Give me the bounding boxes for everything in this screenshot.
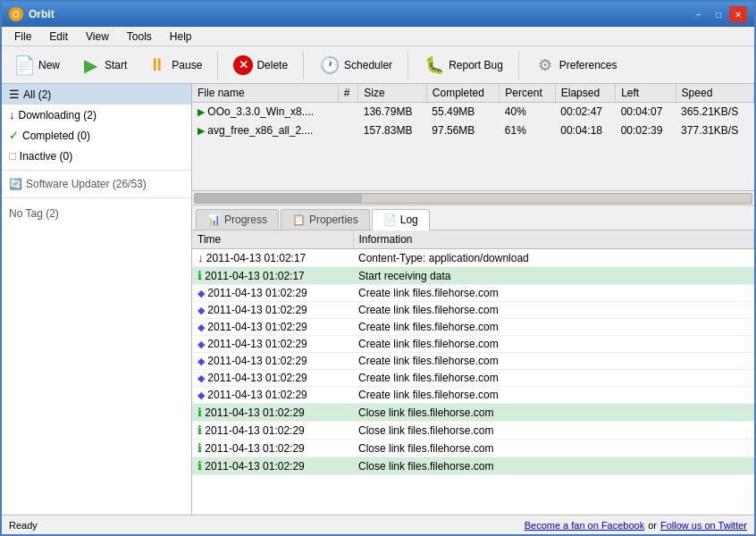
horizontal-scrollbar[interactable] (192, 191, 754, 205)
log-row: ◆ 2011-04-13 01:02:29Create link files.f… (192, 336, 754, 353)
status-links: Become a fan on Facebook or Follow us on… (525, 520, 747, 531)
red-arrow-icon: ↓ (197, 251, 204, 264)
start-button[interactable]: ▶ Start (71, 50, 135, 80)
log-row: ↓ 2011-04-13 01:02:17Content-Type: appli… (192, 249, 754, 267)
log-row: ℹ 2011-04-13 01:02:29Close link files.fi… (192, 440, 754, 457)
sidebar-item-downloading[interactable]: ↓ Downloading (2) (2, 105, 191, 125)
tag-section: No Tag (2) (2, 202, 191, 225)
main-area: ☰ All (2) ↓ Downloading (2) ✓ Completed … (2, 84, 754, 515)
log-row: ℹ 2011-04-13 01:02:29Close link files.fi… (192, 404, 754, 422)
log-row: ◆ 2011-04-13 01:02:29Create link files.f… (192, 387, 754, 404)
tab-log-label: Log (400, 214, 418, 226)
report-bug-label: Report Bug (449, 59, 503, 71)
menu-view[interactable]: View (77, 29, 118, 45)
completed-icon: ✓ (9, 129, 19, 142)
tab-properties[interactable]: 📋 Properties (281, 209, 370, 230)
report-bug-button[interactable]: 🐛 Report Bug (416, 50, 511, 80)
log-col-time: Time (192, 230, 353, 249)
new-icon: 📄 (13, 54, 35, 76)
hscroll-track[interactable] (194, 193, 752, 204)
file-table: File name # Size Completed Percent Elaps… (192, 84, 754, 140)
blue-diamond-icon: ◆ (197, 322, 205, 332)
toolbar-separator-3 (407, 51, 408, 80)
log-row: ℹ 2011-04-13 01:02:17Start receiving dat… (192, 267, 754, 285)
start-label: Start (105, 59, 127, 71)
scheduler-button[interactable]: 🕐 Scheduler (311, 50, 400, 80)
menu-tools[interactable]: Tools (118, 29, 161, 45)
tabs-bar: 📊 Progress 📋 Properties 📄 Log (192, 205, 754, 230)
maximize-button[interactable]: □ (710, 6, 727, 22)
sidebar-item-completed[interactable]: ✓ Completed (0) (2, 125, 191, 146)
menu-file[interactable]: File (5, 29, 40, 45)
status-text: Ready (9, 520, 38, 531)
toolbar: 📄 New ▶ Start ⏸ Pause ✕ Delete 🕐 Schedul… (2, 46, 754, 84)
col-elapsed: Elapsed (555, 84, 615, 103)
delete-button[interactable]: ✕ Delete (225, 51, 296, 80)
sidebar-divider-1 (2, 170, 191, 171)
preferences-label: Preferences (559, 59, 617, 71)
table-row[interactable]: ▶ avg_free_x86_all_2....157.83MB97.56MB6… (192, 121, 754, 140)
sidebar-downloading-label: Downloading (2) (19, 109, 97, 121)
col-completed: Completed (426, 84, 500, 103)
log-row: ℹ 2011-04-13 01:02:29Close link files.fi… (192, 422, 754, 440)
col-num: # (338, 84, 358, 103)
blue-diamond-icon: ◆ (197, 288, 205, 298)
link-separator: or (648, 520, 657, 531)
menu-edit[interactable]: Edit (40, 29, 77, 45)
blue-diamond-icon: ◆ (197, 339, 205, 349)
green-circle-icon: ℹ (197, 459, 202, 473)
titlebar: O Orbit − □ ✕ (2, 2, 754, 27)
sidebar-item-all[interactable]: ☰ All (2) (2, 84, 191, 105)
log-row: ℹ 2011-04-13 01:02:29Close link files.fi… (192, 457, 754, 475)
toolbar-separator-2 (303, 51, 304, 80)
green-circle-icon: ℹ (197, 406, 202, 419)
close-button[interactable]: ✕ (729, 6, 747, 22)
col-speed: Speed (676, 84, 753, 103)
facebook-link[interactable]: Become a fan on Facebook (525, 520, 645, 531)
preferences-button[interactable]: ⚙ Preferences (526, 50, 626, 80)
statusbar: Ready Become a fan on Facebook or Follow… (2, 515, 754, 534)
hscroll-thumb[interactable] (195, 194, 362, 203)
log-col-info: Information (353, 230, 754, 249)
pause-button[interactable]: ⏸ Pause (139, 50, 210, 80)
new-label: New (38, 59, 60, 71)
log-table-header: Time Information (192, 230, 754, 249)
inactive-icon: □ (9, 149, 16, 163)
app-icon: O (9, 7, 23, 21)
twitter-link[interactable]: Follow us on Twitter (660, 520, 747, 531)
log-tab-icon: 📄 (383, 214, 397, 226)
tab-log[interactable]: 📄 Log (372, 209, 430, 230)
titlebar-left: O Orbit (9, 7, 55, 21)
menu-help[interactable]: Help (161, 29, 201, 45)
right-panel: File name # Size Completed Percent Elaps… (192, 84, 754, 515)
scheduler-icon: 🕐 (319, 54, 340, 76)
log-row: ◆ 2011-04-13 01:02:29Create link files.f… (192, 302, 754, 319)
col-filename: File name (192, 84, 338, 103)
new-button[interactable]: 📄 New (5, 50, 68, 80)
titlebar-controls: − □ ✕ (690, 6, 747, 22)
minimize-button[interactable]: − (690, 6, 708, 22)
scheduler-label: Scheduler (344, 59, 392, 71)
log-row: ◆ 2011-04-13 01:02:29Create link files.f… (192, 370, 754, 387)
table-row[interactable]: ▶ OOo_3.3.0_Win_x8....136.79MB55.49MB40%… (192, 103, 754, 121)
file-status-icon: ▶ (197, 106, 205, 117)
sidebar-item-inactive[interactable]: □ Inactive (0) (2, 146, 191, 166)
log-panel: Time Information ↓ 2011-04-13 01:02:17Co… (192, 230, 754, 515)
tag-label: No Tag (2) (9, 207, 59, 220)
toolbar-separator-1 (217, 51, 218, 80)
sidebar-software-updater[interactable]: 🔄 Software Updater (26/53) (2, 174, 191, 194)
blue-diamond-icon: ◆ (197, 373, 205, 383)
sidebar: ☰ All (2) ↓ Downloading (2) ✓ Completed … (2, 84, 192, 515)
tab-progress[interactable]: 📊 Progress (196, 209, 279, 230)
preferences-icon: ⚙ (534, 54, 556, 76)
window-title: Orbit (29, 8, 55, 21)
green-circle-icon: ℹ (197, 269, 202, 282)
log-table: Time Information ↓ 2011-04-13 01:02:17Co… (192, 230, 754, 475)
downloading-icon: ↓ (9, 108, 15, 121)
sidebar-inactive-label: Inactive (0) (20, 150, 72, 163)
file-table-body: ▶ OOo_3.3.0_Win_x8....136.79MB55.49MB40%… (192, 103, 754, 140)
file-table-header: File name # Size Completed Percent Elaps… (192, 84, 754, 103)
sidebar-divider-2 (2, 197, 191, 198)
pause-icon: ⏸ (147, 54, 168, 76)
tab-properties-label: Properties (309, 214, 358, 226)
